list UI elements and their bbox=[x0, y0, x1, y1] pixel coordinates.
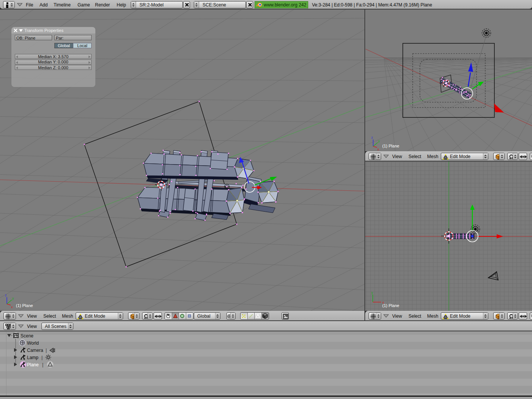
svg-text:Lamp: Lamp bbox=[27, 355, 38, 360]
svg-text:(1) Plane: (1) Plane bbox=[382, 144, 399, 148]
svg-text:x: x bbox=[377, 147, 379, 151]
svg-text:y: y bbox=[12, 296, 14, 300]
svg-text:|: | bbox=[42, 362, 43, 367]
svg-text:y: y bbox=[371, 291, 373, 294]
svg-text:z: z bbox=[5, 293, 7, 297]
svg-text:x: x bbox=[11, 305, 13, 309]
svg-text:(1) Plane: (1) Plane bbox=[382, 303, 399, 308]
svg-text:y: y bbox=[378, 139, 380, 143]
svg-text:Camera: Camera bbox=[27, 348, 43, 353]
svg-text:(1) Plane: (1) Plane bbox=[16, 303, 33, 308]
svg-text:Plane: Plane bbox=[27, 362, 39, 367]
svg-text:z: z bbox=[371, 136, 373, 139]
svg-text:Scene: Scene bbox=[21, 333, 33, 339]
svg-text:|: | bbox=[46, 348, 47, 353]
svg-text:World: World bbox=[27, 340, 39, 346]
svg-text:|: | bbox=[41, 355, 43, 360]
